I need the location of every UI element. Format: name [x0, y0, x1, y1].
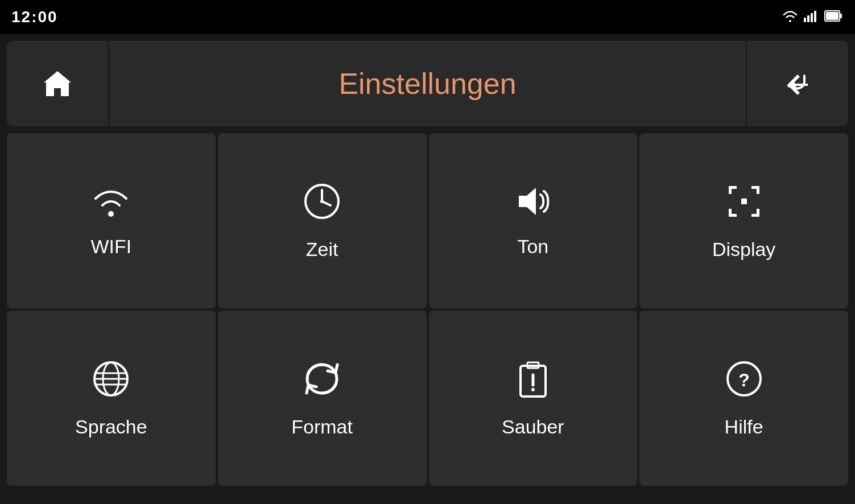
sauber-button[interactable]: Sauber: [429, 311, 638, 486]
display-label: Display: [712, 238, 775, 261]
svg-rect-1: [807, 15, 809, 22]
svg-rect-0: [804, 18, 806, 22]
ton-label: Ton: [517, 236, 548, 258]
status-time: 12:00: [11, 8, 58, 26]
svg-text:?: ?: [738, 370, 750, 390]
zeit-label: Zeit: [306, 238, 338, 261]
svg-point-21: [531, 388, 535, 391]
help-icon: ?: [724, 359, 764, 404]
wifi-button[interactable]: WIFI: [7, 133, 216, 308]
back-button[interactable]: [746, 41, 848, 126]
wifi-label: WIFI: [90, 236, 131, 258]
battery-icon: [824, 10, 844, 24]
svg-point-7: [108, 211, 114, 217]
status-bar: 12:00: [0, 0, 855, 34]
refresh-icon: [302, 359, 342, 404]
home-button[interactable]: [7, 41, 109, 126]
zeit-button[interactable]: Zeit: [218, 133, 427, 308]
settings-grid: WIFI Zeit Ton: [7, 133, 848, 486]
back-icon: [780, 67, 815, 101]
svg-rect-12: [741, 199, 747, 204]
format-label: Format: [291, 416, 353, 438]
clock-icon: [302, 181, 342, 227]
svg-rect-3: [814, 11, 816, 22]
signal-icon: [804, 10, 819, 24]
format-button[interactable]: Format: [218, 311, 427, 486]
sprache-button[interactable]: Sprache: [7, 311, 216, 486]
display-icon: [724, 181, 764, 227]
status-icons: [782, 10, 844, 24]
svg-point-11: [320, 200, 324, 203]
volume-icon: [513, 184, 553, 224]
page-title: Einstellungen: [109, 67, 746, 101]
hilfe-label: Hilfe: [725, 416, 763, 438]
svg-rect-5: [826, 12, 839, 20]
hilfe-button[interactable]: ? Hilfe: [639, 311, 848, 486]
svg-rect-2: [811, 13, 813, 22]
header: Einstellungen: [7, 41, 848, 126]
sauber-label: Sauber: [502, 416, 564, 438]
globe-icon: [91, 359, 131, 404]
home-icon: [40, 67, 75, 101]
clean-icon: [516, 359, 550, 404]
ton-button[interactable]: Ton: [429, 133, 638, 308]
svg-rect-6: [840, 14, 842, 18]
sprache-label: Sprache: [75, 416, 147, 438]
display-button[interactable]: Display: [639, 133, 848, 308]
wifi-status-icon: [782, 10, 798, 24]
wifi-icon: [91, 184, 131, 224]
